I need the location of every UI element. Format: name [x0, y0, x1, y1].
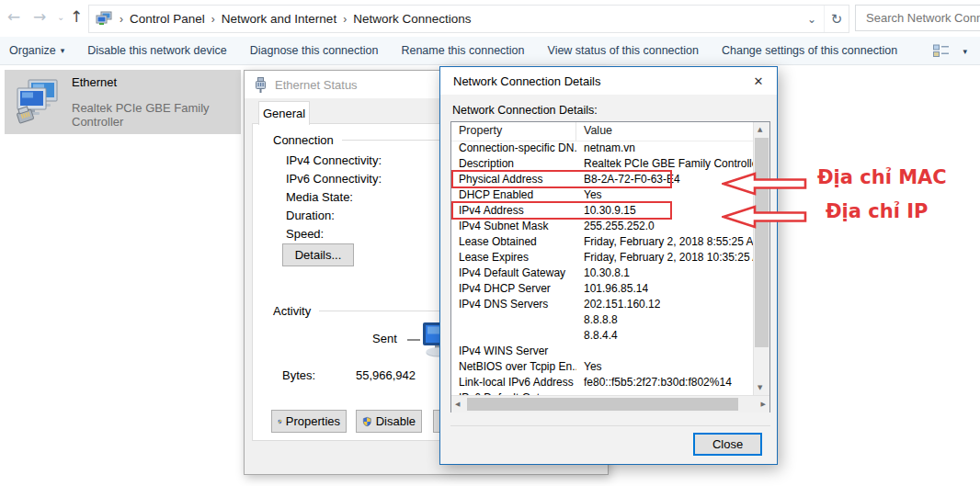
close-button[interactable]: Close — [693, 433, 762, 456]
back-icon[interactable]: ← — [7, 7, 20, 26]
up-icon[interactable]: ↑ — [70, 7, 83, 26]
row-property: Lease Obtained — [451, 234, 576, 250]
ethernet-adapter-icon — [13, 77, 63, 127]
command-item[interactable]: Disable this network device — [87, 44, 226, 57]
details-view-icon[interactable] — [933, 44, 950, 58]
row-value: B8-2A-72-F0-63-E4 — [576, 172, 680, 187]
table-row[interactable]: IPv4 WINS Server — [451, 344, 754, 359]
row-value: netnam.vn — [576, 141, 635, 156]
horizontal-scroll-thumb[interactable] — [467, 398, 738, 411]
address-dropdown-icon[interactable]: ⌄ — [800, 6, 824, 32]
row-property: NetBIOS over Tcpip En... — [451, 359, 576, 375]
row-value: Friday, February 2, 2018 8:55:25 AM — [576, 234, 754, 250]
details-title: Network Connection Details — [453, 74, 600, 88]
command-item[interactable]: View status of this connection — [548, 44, 699, 57]
row-property: Lease Expires — [451, 250, 576, 266]
column-property[interactable]: Property — [451, 122, 576, 141]
command-item[interactable]: Diagnose this connection — [250, 44, 379, 57]
row-property: IPv4 Address — [451, 203, 576, 219]
table-row[interactable]: NetBIOS over Tcpip En...Yes — [451, 359, 754, 375]
search-input[interactable] — [855, 5, 980, 31]
breadcrumb-separator-icon: › — [343, 13, 347, 26]
connection-device: Realtek PCIe GBE Family Controller — [72, 101, 241, 129]
details-table: Property Value Connection-specific DN...… — [450, 121, 770, 413]
table-row[interactable]: IPv4 Address10.30.9.15 — [451, 203, 754, 219]
view-dropdown-icon[interactable]: ▾ — [963, 47, 967, 56]
scroll-up-icon[interactable]: ▲ — [758, 126, 762, 133]
row-property — [451, 328, 576, 344]
row-property: Connection-specific DN... — [451, 141, 576, 156]
table-row[interactable]: IPv4 DNS Servers202.151.160.12 — [451, 297, 754, 312]
row-property: IPv4 WINS Server — [451, 344, 576, 359]
table-row[interactable]: Physical AddressB8-2A-72-F0-63-E4 — [451, 172, 754, 187]
sent-label: Sent — [372, 332, 397, 345]
row-value: 101.96.85.14 — [576, 281, 648, 297]
ethernet-status-title: Ethernet Status — [275, 78, 358, 92]
ethernet-connection-item[interactable]: Ethernet Realtek PCIe GBE Family Control… — [5, 70, 241, 134]
mac-annotation-arrow-icon — [722, 171, 808, 200]
table-row[interactable]: Connection-specific DN...netnam.vn — [451, 141, 754, 156]
navigation-bar: ← → ⌄ ↑ ›Control Panel›Network and Inter… — [0, 0, 980, 37]
row-property: IPv4 DNS Servers — [451, 297, 576, 312]
dialog-separator — [450, 425, 770, 426]
table-row[interactable]: 8.8.8.8 — [451, 312, 754, 328]
breadcrumb-separator-icon: › — [211, 13, 215, 26]
column-value[interactable]: Value — [576, 122, 612, 141]
forward-icon[interactable]: → — [33, 7, 46, 26]
row-property: Physical Address — [451, 172, 576, 187]
table-row[interactable]: Link-local IPv6 Addressfe80::f5b5:2f27:b… — [451, 375, 754, 390]
connection-field-label: IPv6 Connectivity: — [286, 170, 382, 188]
vertical-scrollbar[interactable]: ▲ ▼ — [753, 122, 769, 395]
table-row[interactable]: IPv4 Default Gateway10.30.8.1 — [451, 266, 754, 281]
close-icon[interactable]: ✕ — [745, 71, 772, 91]
uac-shield-icon — [278, 414, 282, 429]
row-property — [451, 312, 576, 328]
row-value — [576, 344, 584, 359]
ip-annotation-label: Địa chỉ IP — [826, 200, 928, 222]
history-dropdown-icon[interactable]: ⌄ — [57, 12, 64, 22]
address-bar[interactable]: ›Control Panel›Network and Internet›Netw… — [88, 5, 849, 33]
vertical-scroll-thumb[interactable] — [755, 138, 769, 347]
table-row[interactable]: Lease ExpiresFriday, February 2, 2018 10… — [451, 250, 754, 266]
breadcrumb-item[interactable]: Network Connections — [353, 12, 471, 26]
table-row[interactable]: Lease ObtainedFriday, February 2, 2018 8… — [451, 234, 754, 250]
row-property: IPv4 Subnet Mask — [451, 219, 576, 234]
command-item[interactable]: Change settings of this connection — [722, 44, 897, 57]
scroll-down-icon[interactable]: ▼ — [758, 384, 762, 391]
row-value: 10.30.8.1 — [576, 266, 630, 281]
table-row[interactable]: DHCP EnabledYes — [451, 187, 754, 203]
organize-label: Organize — [9, 44, 56, 57]
mac-annotation-label: Địa chỉ MAC — [817, 166, 947, 188]
table-row[interactable]: 8.8.4.4 — [451, 328, 754, 344]
disable-button[interactable]: Disable — [356, 410, 422, 433]
organize-button[interactable]: Organize ▾ — [9, 44, 64, 57]
table-row[interactable]: IPv4 DHCP Server101.96.85.14 — [451, 281, 754, 297]
breadcrumb-separator-icon: › — [120, 13, 123, 26]
activity-group-label: Activity — [273, 304, 311, 318]
connection-field-label: IPv4 Connectivity: — [286, 152, 382, 170]
breadcrumb-item[interactable]: Control Panel — [130, 12, 205, 26]
refresh-icon[interactable]: ↻ — [824, 6, 849, 32]
command-item[interactable]: Rename this connection — [401, 44, 524, 57]
tab-general[interactable]: General — [258, 101, 310, 125]
details-rows: Connection-specific DN...netnam.vnDescri… — [451, 141, 754, 396]
command-bar: Organize ▾ Disable this network deviceDi… — [0, 37, 980, 65]
details-button[interactable]: Details... — [282, 243, 354, 266]
scroll-left-icon[interactable]: ◀ — [455, 401, 460, 408]
sent-connector-line — [407, 339, 420, 341]
breadcrumb-item[interactable]: Network and Internet — [222, 12, 336, 26]
command-items: Disable this network deviceDiagnose this… — [87, 44, 897, 57]
row-property: IPv4 DHCP Server — [451, 281, 576, 297]
connection-field-label: Media State: — [286, 188, 382, 207]
row-value: Yes — [576, 187, 602, 203]
details-titlebar[interactable]: Network Connection Details — [440, 67, 777, 95]
uac-shield-icon — [362, 414, 372, 429]
table-row[interactable]: DescriptionRealtek PCIe GBE Family Contr… — [451, 156, 754, 172]
properties-button[interactable]: Properties — [271, 410, 347, 433]
row-value: fe80::f5b5:2f27:b30d:f802%14 — [576, 375, 732, 390]
connection-field-label: Speed: — [286, 225, 382, 243]
horizontal-scrollbar[interactable]: ◀ ▶ — [451, 395, 769, 413]
scroll-right-icon[interactable]: ▶ — [761, 401, 766, 408]
row-property: IPv4 Default Gateway — [451, 266, 576, 281]
table-row[interactable]: IPv4 Subnet Mask255.255.252.0 — [451, 219, 754, 234]
